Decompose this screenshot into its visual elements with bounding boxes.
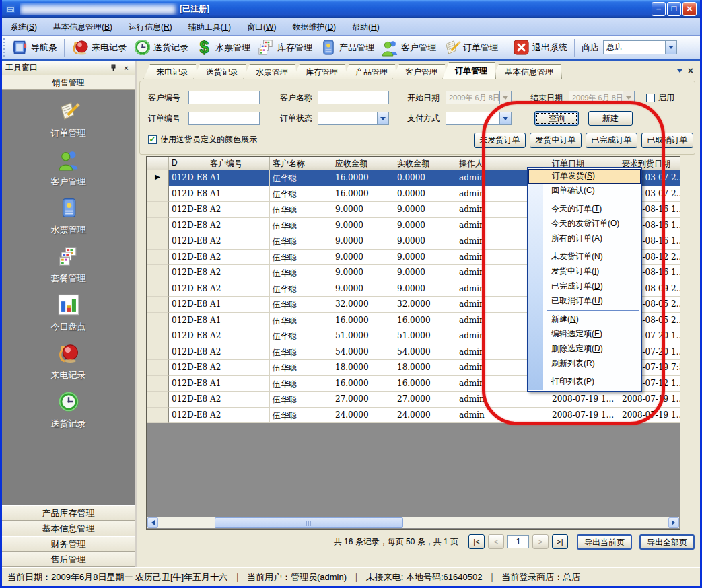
row-selector-cell[interactable] (147, 233, 169, 250)
menu-item-6[interactable]: 帮助(H) (344, 19, 388, 35)
sidebar-close-icon[interactable]: × (121, 63, 131, 73)
pay-method-select[interactable] (446, 112, 512, 125)
table-row[interactable]: 012D-E8...A2伍华聪27.000027.0000admin2008-0… (147, 392, 680, 408)
scroll-left-icon[interactable] (147, 517, 158, 528)
context-menu-item-新建[interactable]: 新建(N) (528, 312, 641, 327)
toolbar-tickets[interactable]: $水票管理 (192, 37, 253, 58)
enable-checkbox-box[interactable] (646, 94, 655, 102)
context-menu-item-发货中订单[interactable]: 发货中订单(I) (528, 264, 641, 279)
sidebar-item-水票管理[interactable]: 水票管理 (51, 196, 86, 236)
sidebar-item-订单管理[interactable]: 订单管理 (51, 100, 86, 139)
toolbar-calls[interactable]: 来电记录 (69, 37, 129, 58)
export-all-pages-button[interactable]: 导出全部页 (639, 534, 695, 550)
tab-产品管理[interactable]: 产品管理 (343, 64, 396, 79)
row-selector-cell[interactable] (147, 392, 169, 408)
next-page-button[interactable]: > (532, 534, 549, 549)
row-selector-cell[interactable] (147, 328, 169, 344)
table-row[interactable]: 012D-E8...A2伍华聪24.000024.0000admin2008-0… (147, 408, 680, 424)
sidebar-group-基本信息管理[interactable]: 基本信息管理 (2, 521, 135, 536)
row-selector-cell[interactable] (147, 250, 169, 266)
row-selector-cell[interactable] (147, 360, 169, 376)
context-menu-item-所有的订单[interactable]: 所有的订单(A) (528, 231, 641, 246)
menu-item-1[interactable]: 基本信息管理(B) (45, 19, 120, 35)
row-selector-cell[interactable] (147, 202, 169, 218)
export-current-page-button[interactable]: 导出当前页 (577, 534, 632, 550)
toolbar-stock[interactable]: 库存管理 (254, 37, 315, 58)
row-selector-cell[interactable] (147, 376, 169, 392)
shop-select[interactable]: 总店 (603, 40, 677, 54)
tab-水票管理[interactable]: 水票管理 (243, 64, 297, 79)
row-selector-cell[interactable]: ▶ (147, 170, 169, 186)
enable-checkbox[interactable]: 启用 (646, 92, 674, 104)
tab-来电记录[interactable]: 来电记录 (143, 64, 197, 79)
row-selector-cell[interactable] (147, 186, 169, 203)
menu-item-5[interactable]: 数据维护(D) (284, 19, 344, 35)
context-menu-item-打印列表[interactable]: 打印列表(P) (528, 375, 641, 390)
row-selector-cell[interactable] (147, 218, 169, 234)
menu-item-0[interactable]: 系统(S) (2, 19, 45, 35)
toolbar-product[interactable]: 产品管理 (316, 37, 377, 58)
order-status-select[interactable] (318, 112, 389, 125)
toolbar-navbar[interactable]: 导航条 (8, 37, 60, 58)
menu-item-2[interactable]: 运行信息(R) (120, 19, 180, 35)
row-selector-cell[interactable] (147, 344, 169, 361)
toolbar-exit[interactable]: 退出系统 (510, 37, 570, 58)
sidebar-item-套餐管理[interactable]: 套餐管理 (51, 245, 86, 285)
order-status-dropdown-icon[interactable] (377, 112, 388, 124)
minimize-button[interactable]: – (652, 2, 666, 16)
end-date-picker[interactable]: 2009年 6月 8日 (569, 91, 635, 104)
context-menu-item-未发货订单[interactable]: 未发货订单(N) (528, 250, 641, 264)
first-page-button[interactable]: |< (468, 534, 485, 549)
last-page-button[interactable]: >| (552, 534, 568, 549)
row-selector-cell[interactable] (147, 408, 169, 424)
context-menu-item-回单确认[interactable]: 回单确认(C) (528, 184, 641, 198)
status-filter-button-3[interactable]: 已取消订单 (641, 133, 693, 148)
color-display-checkbox-box[interactable]: ✓ (148, 135, 157, 144)
grid-column-header-0[interactable]: D (169, 157, 207, 170)
sidebar-group-售后管理[interactable]: 售后管理 (2, 552, 135, 567)
scroll-right-icon[interactable] (668, 517, 679, 528)
query-button[interactable]: 查询 (534, 111, 579, 126)
toolbar-grip[interactable] (3, 38, 5, 57)
order-code-input[interactable] (188, 112, 260, 125)
row-selector-cell[interactable] (147, 281, 169, 297)
context-menu-item-今天的订单[interactable]: 今天的订单(T) (528, 202, 641, 217)
new-button[interactable]: 新建 (588, 111, 633, 126)
menu-item-3[interactable]: 辅助工具(T) (180, 19, 239, 35)
context-menu-item-刷新列表[interactable]: 刷新列表(R) (528, 357, 641, 371)
scrollbar-thumb[interactable] (215, 517, 403, 528)
customer-code-input[interactable] (188, 91, 260, 104)
tab-scroll-icon[interactable] (677, 69, 682, 75)
grid-column-header-1[interactable]: 客户编号 (207, 157, 270, 170)
prev-page-button[interactable]: < (488, 534, 504, 549)
tab-订单管理[interactable]: 订单管理 (442, 62, 496, 79)
status-filter-button-1[interactable]: 发货中订单 (530, 133, 582, 148)
sidebar-group-财务管理[interactable]: 财务管理 (2, 536, 135, 552)
context-menu-item-订单发货[interactable]: 订单发货(S) (528, 169, 641, 184)
tab-库存管理[interactable]: 库存管理 (293, 64, 347, 79)
horizontal-scrollbar[interactable] (147, 517, 679, 528)
toolbar-order[interactable]: 订单管理 (440, 37, 501, 58)
color-display-checkbox[interactable]: ✓ 使用送货员定义的颜色展示 (148, 134, 257, 145)
close-button[interactable]: × (682, 2, 697, 16)
tab-送货记录[interactable]: 送货记录 (193, 64, 247, 79)
sidebar-item-送货记录[interactable]: 送货记录 (51, 390, 86, 430)
sidebar-group-sales[interactable]: 销售管理 (2, 75, 135, 90)
pin-icon[interactable] (108, 63, 118, 73)
shop-dropdown-icon[interactable] (665, 41, 676, 54)
sidebar-item-来电记录[interactable]: 来电记录 (51, 342, 86, 381)
grid-column-header-4[interactable]: 实收金额 (394, 157, 456, 170)
maximize-button[interactable]: □ (667, 2, 681, 16)
context-menu-item-已取消订单[interactable]: 已取消订单(U) (528, 294, 641, 309)
context-menu-item-删除选定项[interactable]: 删除选定项(D) (528, 342, 641, 357)
tab-客户管理[interactable]: 客户管理 (392, 64, 446, 79)
sidebar-item-今日盘点[interactable]: 今日盘点 (51, 293, 86, 333)
pay-method-dropdown-icon[interactable] (499, 112, 511, 124)
toolbar-customer[interactable]: 客户管理 (378, 37, 439, 58)
customer-name-input[interactable] (318, 91, 389, 104)
grid-column-header-2[interactable]: 客户名称 (270, 157, 332, 170)
menu-item-4[interactable]: 窗口(W) (239, 19, 284, 35)
status-filter-button-2[interactable]: 已完成订单 (586, 133, 637, 148)
page-number-input[interactable] (507, 535, 529, 548)
context-menu-item-已完成订单[interactable]: 已完成订单(D) (528, 279, 641, 294)
